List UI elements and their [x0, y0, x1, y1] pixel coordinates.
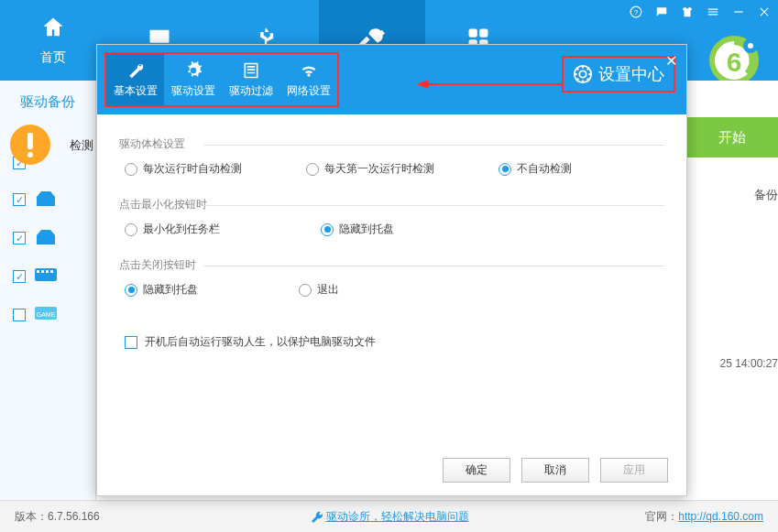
disk-icon	[35, 191, 57, 208]
svg-point-10	[748, 43, 753, 49]
radio-close-exit[interactable]: 退出	[299, 282, 339, 298]
help-icon[interactable]: ?	[630, 5, 642, 21]
dialog-tabs-highlight: 基本设置 驱动设置 驱动过滤 网络设置	[104, 52, 339, 107]
radio-min-taskbar[interactable]: 最小化到任务栏	[125, 222, 220, 237]
svg-text:?: ?	[634, 8, 638, 16]
apply-button[interactable]: 应用	[600, 458, 668, 483]
annotation-arrow	[416, 78, 563, 91]
group-title: 点击最小化按钮时	[119, 197, 664, 212]
svg-text:GAME: GAME	[37, 311, 56, 318]
tab-driver-filter[interactable]: 驱动过滤	[222, 54, 279, 105]
svg-rect-19	[27, 133, 33, 149]
dialog-title-highlight: 设置中心	[562, 56, 675, 92]
tab-home[interactable]: 首页	[0, 0, 106, 81]
version-value: 6.7.56.166	[48, 510, 100, 523]
radio-no-detect[interactable]: 不自动检测	[499, 161, 572, 177]
cancel-button[interactable]: 取消	[521, 458, 589, 483]
svg-rect-15	[50, 270, 53, 273]
radio-min-tray[interactable]: 隐藏到托盘	[321, 222, 394, 237]
close-icon[interactable]	[758, 5, 771, 21]
checkbox[interactable]	[13, 309, 26, 321]
backup-text: 备份	[754, 187, 778, 203]
site-label: 官网：	[645, 510, 678, 523]
ok-button[interactable]: 确定	[443, 458, 510, 483]
group-title: 驱动体检设置	[119, 136, 664, 152]
app-logo: 6	[707, 33, 762, 88]
dialog-close-icon[interactable]: ✕	[665, 52, 677, 70]
svg-rect-1	[479, 29, 488, 38]
tab-basic-settings[interactable]: 基本设置	[106, 54, 164, 105]
radio-close-tray[interactable]: 隐藏到托盘	[125, 282, 198, 298]
tab-network-settings[interactable]: 网络设置	[279, 54, 337, 105]
radio-detect-every-run[interactable]: 每次运行时自动检测	[125, 161, 242, 177]
checkbox[interactable]	[13, 193, 26, 206]
checkbox[interactable]	[13, 270, 26, 283]
svg-rect-13	[41, 270, 44, 273]
game-icon: GAME	[35, 307, 57, 323]
minimize-icon[interactable]	[732, 5, 745, 21]
timestamp: 25 14:00:27	[720, 357, 778, 370]
settings-dialog: 基本设置 驱动设置 驱动过滤 网络设置 设置中心 ✕ 驱动体检设置 每次运行时自…	[96, 44, 687, 496]
start-button[interactable]: 开始	[686, 117, 778, 157]
sidebar-item[interactable]	[13, 268, 82, 285]
svg-rect-12	[37, 270, 39, 273]
checkbox[interactable]	[13, 232, 26, 244]
sidebar-item[interactable]	[13, 191, 82, 208]
dialog-title: 设置中心	[598, 63, 664, 85]
tab-driver-settings[interactable]: 驱动设置	[164, 54, 222, 105]
sidebar-item[interactable]	[13, 230, 82, 246]
group-title: 点击关闭按钮时	[119, 257, 664, 273]
skin-icon[interactable]	[681, 5, 694, 21]
site-link[interactable]: http://qd.160.com	[678, 510, 763, 523]
svg-text:6: 6	[727, 47, 742, 77]
svg-rect-0	[469, 29, 477, 38]
radio-detect-daily[interactable]: 每天第一次运行时检测	[306, 161, 434, 177]
sidebar-title: 驱动备份	[0, 81, 95, 120]
svg-marker-22	[416, 80, 429, 89]
svg-rect-6	[734, 11, 742, 12]
menu-icon[interactable]	[707, 5, 719, 21]
svg-point-20	[27, 152, 33, 157]
footer-center-link[interactable]: 驱动诊所，轻松解决电脑问题	[310, 509, 469, 525]
wrench-icon	[310, 510, 323, 523]
detect-label: 检测	[70, 137, 93, 154]
disk-icon	[35, 230, 57, 246]
svg-point-24	[579, 71, 586, 77]
home-icon	[40, 15, 66, 44]
warning-icon	[9, 124, 51, 166]
feedback-icon[interactable]	[655, 5, 668, 21]
tab-home-label: 首页	[40, 49, 66, 66]
sidebar-item[interactable]: GAME	[13, 307, 82, 323]
version-label: 版本：	[15, 509, 48, 525]
autorun-checkbox[interactable]	[125, 336, 137, 349]
autorun-label: 开机后自动运行驱动人生，以保护电脑驱动文件	[145, 334, 376, 350]
svg-rect-14	[46, 270, 49, 273]
gear-icon	[573, 64, 593, 84]
keyboard-icon	[35, 268, 57, 285]
